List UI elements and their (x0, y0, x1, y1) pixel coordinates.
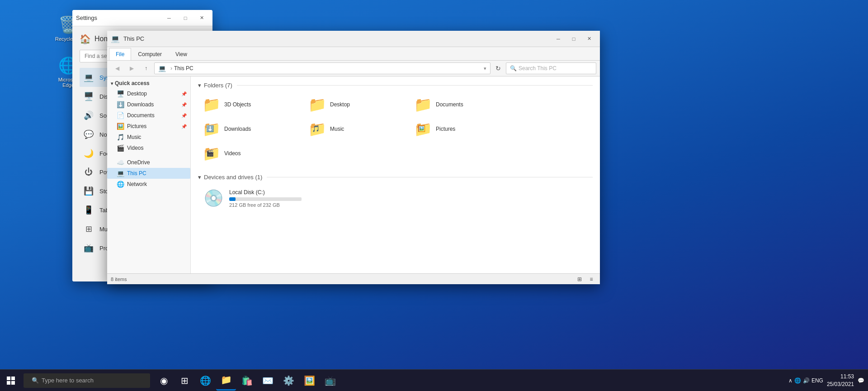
svg-rect-3 (11, 381, 15, 385)
taskbar-icon-media[interactable]: 📺 (320, 371, 340, 391)
display-icon: 🖥️ (83, 91, 94, 101)
folder-item-documents[interactable]: 📁 Documents (410, 93, 514, 116)
status-view-controls: ⊞ ≡ (575, 274, 596, 284)
folder-item-desktop[interactable]: 📁 Desktop (304, 93, 408, 116)
drive-item-c[interactable]: 💿 Local Disk (C:) 212 GB free of 232 GB (198, 185, 325, 211)
folder-pictures-icon: 📁🖼️ (414, 120, 432, 138)
explorer-title-icon: 💻 (111, 34, 120, 43)
sidebar-item-desktop[interactable]: 🖥️ Desktop 📌 (107, 88, 190, 99)
explorer-title-text: This PC (123, 35, 549, 42)
folders-section-label: Folders (7) (204, 82, 232, 89)
folders-section-header[interactable]: ▾ Folders (7) (198, 82, 593, 89)
folder-item-videos[interactable]: 📁🎬 Videos (198, 142, 302, 165)
sidebar-item-thispc[interactable]: 💻 This PC (107, 168, 190, 179)
folder-item-music[interactable]: 📁🎵 Music (304, 118, 408, 140)
downloads-folder-icon: ⬇️ (116, 101, 124, 108)
sidebar-item-music[interactable]: 🎵 Music (107, 132, 190, 143)
nav-back-button[interactable]: ◀ (111, 62, 123, 74)
storage-icon: 💾 (83, 186, 94, 196)
nav-up-button[interactable]: ↑ (140, 62, 152, 74)
documents-folder-icon: 📄 (116, 112, 124, 119)
taskbar-date: 25/03/2021 (827, 381, 854, 388)
sidebar-item-documents[interactable]: 📄 Documents 📌 (107, 110, 190, 121)
taskbar-icon-explorer[interactable]: 📁 (216, 371, 236, 391)
drive-c-size: 212 GB free of 232 GB (229, 202, 319, 208)
view-details-button[interactable]: ≡ (586, 274, 596, 284)
focus-icon: 🌙 (83, 148, 94, 158)
taskbar-network-icon[interactable]: 🌐 (794, 377, 801, 384)
folder-item-downloads[interactable]: 📁⬇️ Downloads (198, 118, 302, 140)
tab-computer[interactable]: Computer (131, 48, 169, 60)
explorer-maximize-button[interactable]: □ (566, 33, 581, 45)
drives-grid: 💿 Local Disk (C:) 212 GB free of 232 GB (198, 185, 593, 211)
power-icon: ⏻ (83, 167, 94, 177)
start-button[interactable] (0, 370, 22, 391)
taskbar-icon-cortana[interactable]: ◉ (154, 371, 174, 391)
thispc-icon: 💻 (116, 170, 124, 177)
sidebar-network-label: Network (127, 181, 147, 187)
sidebar-quick-access-header[interactable]: ▾ Quick access (107, 78, 190, 88)
explorer-addressbar: ◀ ▶ ↑ 💻 › This PC ▾ ↻ 🔍 Search This PC (107, 61, 600, 76)
status-items-count: 8 items (111, 277, 127, 282)
nav-forward-button[interactable]: ▶ (125, 62, 138, 74)
taskbar-icon-edge[interactable]: 🌐 (195, 371, 215, 391)
explorer-close-button[interactable]: ✕ (582, 33, 596, 45)
sidebar-item-pictures[interactable]: 🖼️ Pictures 📌 (107, 121, 190, 132)
view-large-icons-button[interactable]: ⊞ (575, 274, 585, 284)
sidebar-item-network[interactable]: 🌐 Network (107, 179, 190, 190)
folder-desktop-icon: 📁 (308, 96, 326, 113)
folder-videos-label: Videos (224, 150, 241, 157)
folder-documents-icon: 📁 (414, 96, 432, 113)
taskbar-clock[interactable]: 11:53 25/03/2021 (827, 373, 854, 388)
address-bar[interactable]: 💻 › This PC ▾ (154, 62, 491, 74)
explorer-statusbar: 8 items ⊞ ≡ (107, 273, 600, 284)
projecting-icon: 📺 (83, 243, 94, 253)
explorer-ribbon: File Computer View (107, 47, 600, 61)
folder-downloads-icon: 📁⬇️ (203, 120, 221, 138)
pictures-pin-icon: 📌 (181, 124, 187, 129)
taskbar-tray-arrow[interactable]: ∧ (788, 377, 793, 384)
sidebar-downloads-label: Downloads (127, 101, 154, 108)
sound-icon: 🔊 (83, 110, 94, 120)
sidebar-item-downloads[interactable]: ⬇️ Downloads 📌 (107, 99, 190, 110)
system-icon: 💻 (83, 72, 94, 82)
ribbon-tabs: File Computer View (107, 47, 600, 60)
taskbar-language[interactable]: ENG (811, 377, 823, 384)
folder-item-3dobjects[interactable]: 📁 3D Objects (198, 93, 302, 116)
settings-close-button[interactable]: ✕ (194, 12, 209, 24)
notifications-icon: 💬 (83, 129, 94, 139)
address-dropdown-arrow[interactable]: ▾ (484, 66, 486, 72)
drives-chevron: ▾ (198, 174, 201, 181)
folder-item-pictures[interactable]: 📁🖼️ Pictures (410, 118, 514, 140)
taskbar-volume-icon[interactable]: 🔊 (803, 377, 810, 384)
drives-divider (267, 177, 593, 177)
taskbar-icon-mail[interactable]: ✉️ (258, 371, 278, 391)
drives-section-header[interactable]: ▾ Devices and drives (1) (198, 174, 593, 181)
sidebar-item-videos[interactable]: 🎬 Videos (107, 143, 190, 153)
sidebar-onedrive-label: OneDrive (127, 159, 150, 166)
settings-minimize-button[interactable]: ─ (162, 12, 176, 24)
taskbar-icon-photos[interactable]: 🖼️ (299, 371, 319, 391)
tab-view[interactable]: View (169, 48, 194, 60)
folder-pictures-label: Pictures (436, 126, 455, 132)
desktop-folder-icon: 🖥️ (116, 90, 124, 97)
drive-c-name: Local Disk (C:) (229, 189, 319, 196)
address-separator: › (170, 65, 172, 72)
taskbar-notification-button[interactable]: 💬 (858, 377, 864, 384)
sidebar-item-onedrive[interactable]: ☁️ OneDrive (107, 157, 190, 168)
settings-maximize-button[interactable]: □ (178, 12, 193, 24)
documents-pin-icon: 📌 (181, 113, 187, 118)
tab-file[interactable]: File (109, 48, 131, 60)
taskbar-icon-taskview[interactable]: ⊞ (175, 371, 194, 391)
network-icon: 🌐 (116, 181, 124, 188)
search-bar[interactable]: 🔍 Search This PC (506, 62, 596, 74)
sidebar-videos-label: Videos (127, 145, 143, 151)
folders-section: ▾ Folders (7) 📁 3D Objects 📁 D (198, 82, 593, 165)
address-refresh-button[interactable]: ↻ (492, 62, 504, 74)
taskbar: 🔍 Type here to search ◉ ⊞ 🌐 📁 🛍️ ✉️ ⚙️ 🖼… (0, 369, 868, 391)
sidebar-documents-label: Documents (127, 112, 155, 119)
explorer-minimize-button[interactable]: ─ (551, 33, 566, 45)
taskbar-icon-settings[interactable]: ⚙️ (278, 371, 298, 391)
taskbar-search[interactable]: 🔍 Type here to search (24, 373, 150, 388)
taskbar-icon-store[interactable]: 🛍️ (237, 371, 257, 391)
